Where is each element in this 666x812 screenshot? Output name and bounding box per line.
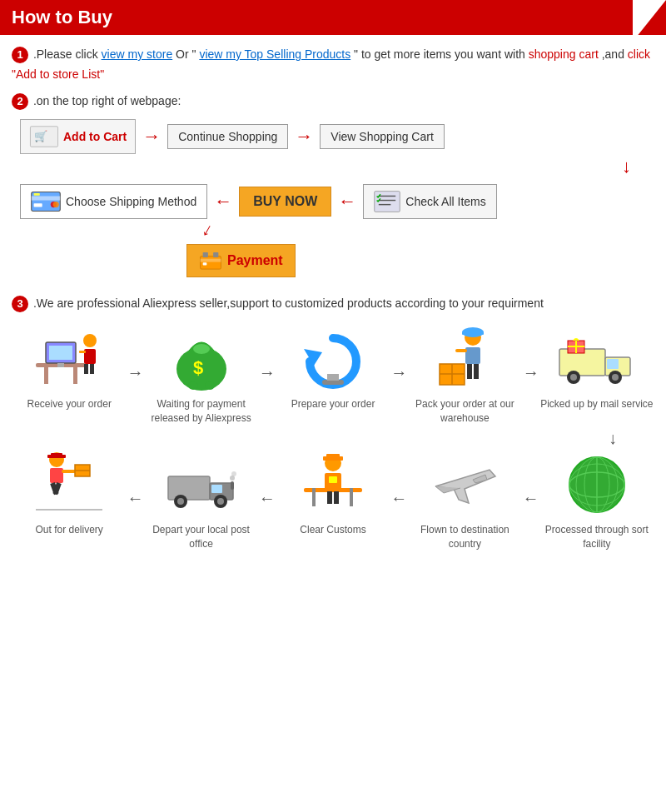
svg-rect-68 xyxy=(312,488,316,506)
process-arrow-left-2: ← xyxy=(390,489,407,508)
pack-order-label: Pack your order at our warehouse xyxy=(407,397,522,426)
process-row-1: Receive your order → $ Waiting for payme… xyxy=(12,326,654,426)
svg-rect-45 xyxy=(474,364,479,379)
flow-bottom-row: Choose Shipping Method ← BUY NOW ← xyxy=(20,184,654,219)
svg-rect-12 xyxy=(201,257,221,270)
svg-rect-70 xyxy=(327,491,332,504)
person-computer-icon xyxy=(27,326,111,392)
check-items-label: Check All Items xyxy=(405,195,485,208)
payment-wait-label: Waiting for payment released by Aliexpre… xyxy=(143,397,258,426)
refresh-arrow-icon xyxy=(296,326,370,392)
svg-point-52 xyxy=(612,374,619,381)
svg-text:🛒: 🛒 xyxy=(34,129,48,143)
svg-rect-35 xyxy=(327,374,339,381)
step3-desc: .We are professional Aliexpress seller,s… xyxy=(33,296,544,310)
cart-icon: 🛒 xyxy=(29,125,59,148)
arrow-down-2: ↓ xyxy=(198,218,217,242)
top-selling-link[interactable]: view my Top Selling Products xyxy=(199,47,350,61)
svg-rect-22 xyxy=(57,363,64,367)
money-bag-icon: $ xyxy=(164,326,239,392)
choose-shipping-label: Choose Shipping Method xyxy=(66,195,196,208)
payment-icon xyxy=(199,251,222,271)
svg-rect-84 xyxy=(51,453,62,456)
view-cart-btn: View Shopping Cart xyxy=(320,124,444,149)
warehouse-worker-icon xyxy=(427,326,502,392)
svg-rect-5 xyxy=(34,193,40,196)
post-truck-icon xyxy=(164,451,239,518)
out-delivery-label: Out for delivery xyxy=(35,523,102,537)
process-arrow-left-4: ← xyxy=(127,489,143,508)
sort-facility-label: Processed through sort facility xyxy=(539,523,654,551)
step3-number: 3 xyxy=(12,296,28,312)
row-connector: ↓ xyxy=(12,429,654,448)
process-post-office: Depart your local post office xyxy=(143,451,258,551)
process-pack-order: Pack your order at our warehouse xyxy=(407,326,522,426)
svg-point-23 xyxy=(83,334,97,347)
view-store-link[interactable]: view my store xyxy=(102,47,173,61)
svg-rect-71 xyxy=(334,491,339,504)
svg-rect-48 xyxy=(607,359,619,369)
step2-text: 2 .on the top right of webpage: xyxy=(12,92,654,112)
svg-point-50 xyxy=(570,374,577,381)
customs-label: Clear Customs xyxy=(300,523,365,537)
step1-mid: " to get more items you want with xyxy=(354,47,529,61)
svg-rect-40 xyxy=(455,349,467,352)
payment-row: Payment xyxy=(20,244,654,277)
prepare-order-label: Prepare your order xyxy=(291,397,375,411)
down-arrow-payment-connector: ↓ xyxy=(20,219,654,241)
process-customs: Clear Customs xyxy=(276,451,390,537)
arrow1: → xyxy=(142,126,161,147)
add-to-cart-btn: 🛒 Add to Cart xyxy=(20,119,136,154)
arrow2: → xyxy=(295,126,313,147)
svg-rect-38 xyxy=(462,332,484,335)
process-arrow-left-1: ← xyxy=(523,489,539,508)
process-arrow-3: → xyxy=(390,363,407,382)
payment-label: Payment xyxy=(227,253,283,268)
svg-point-7 xyxy=(53,202,59,207)
check-items-btn: Check All Items xyxy=(363,184,496,219)
flow-top-row: 🛒 Add to Cart → Continue Shopping → View… xyxy=(20,119,654,154)
customs-officer-icon xyxy=(296,451,370,518)
svg-rect-19 xyxy=(73,367,77,384)
flown-label: Flown to destination country xyxy=(407,523,522,551)
process-arrow-4: → xyxy=(523,363,539,382)
svg-rect-79 xyxy=(231,481,234,490)
svg-rect-3 xyxy=(32,197,61,201)
step2-desc: .on the top right of webpage: xyxy=(33,94,181,107)
post-office-label: Depart your local post office xyxy=(143,523,258,551)
receive-order-label: Receive your order xyxy=(27,397,112,411)
process-mail-pickup: Picked up by mail service xyxy=(539,326,654,411)
svg-rect-25 xyxy=(79,351,86,353)
svg-rect-15 xyxy=(213,252,218,257)
mail-pickup-label: Picked up by mail service xyxy=(540,397,653,411)
svg-text:$: $ xyxy=(193,357,203,378)
svg-rect-39 xyxy=(465,347,480,364)
process-sort-facility: Processed through sort facility xyxy=(539,451,654,551)
svg-rect-26 xyxy=(84,364,88,374)
process-flown: Flown to destination country xyxy=(407,451,522,551)
buy-now-btn: BUY NOW xyxy=(239,187,331,217)
arrow-down-1: ↓ xyxy=(622,156,631,177)
down-arrow-rows: ↓ xyxy=(609,429,617,448)
step1-or: Or " xyxy=(176,47,196,61)
process-receive-order: Receive your order xyxy=(12,326,127,411)
process-row-2: Processed through sort facility ← Flown … xyxy=(12,451,654,551)
add-to-cart-label: Add to Cart xyxy=(63,130,127,143)
process-arrow-left-3: ← xyxy=(259,489,276,508)
page-title: How to Buy xyxy=(12,7,112,28)
choose-shipping-btn: Choose Shipping Method xyxy=(20,184,207,219)
step3-text: 3 .We are professional Aliexpress seller… xyxy=(12,294,654,314)
svg-rect-4 xyxy=(34,204,42,207)
step1-number: 1 xyxy=(12,47,28,63)
process-arrow-1: → xyxy=(127,363,143,382)
step1-and: ,and xyxy=(602,47,628,61)
step2-number: 2 xyxy=(12,93,28,110)
delivery-person-icon xyxy=(32,451,107,518)
svg-rect-18 xyxy=(44,367,48,384)
svg-rect-13 xyxy=(201,259,221,262)
svg-point-29 xyxy=(193,344,210,354)
checklist-icon xyxy=(374,190,400,213)
continue-shopping-btn: Continue Shopping xyxy=(167,124,288,149)
svg-rect-24 xyxy=(84,349,96,364)
page-header: How to Buy xyxy=(0,0,666,35)
